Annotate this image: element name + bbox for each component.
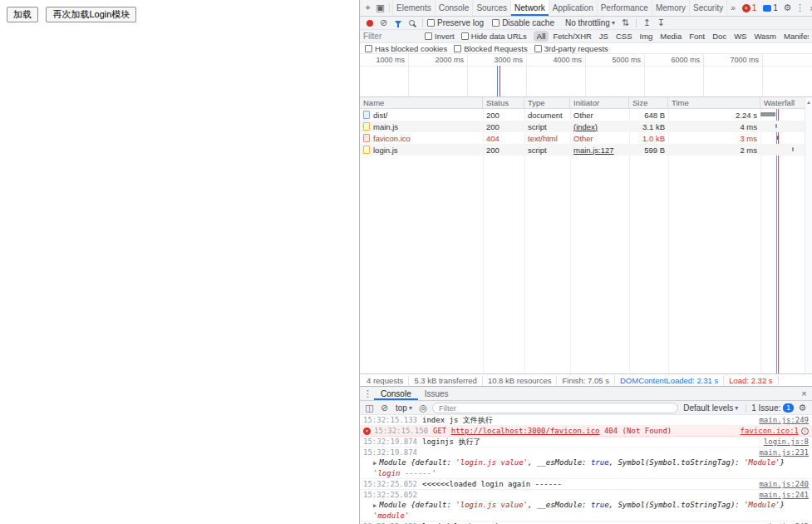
- checkbox-box[interactable]: [425, 32, 432, 40]
- chip-wasm[interactable]: Wasm: [750, 31, 780, 42]
- record-button[interactable]: [363, 17, 376, 29]
- settings-gear-icon[interactable]: ⚙: [781, 2, 794, 14]
- message-header-line: 15:32:19.874main.js:231: [363, 447, 809, 457]
- tab-network[interactable]: Network: [510, 0, 549, 16]
- levels-dropdown[interactable]: Default levels ▾: [681, 403, 741, 413]
- chip-js[interactable]: JS: [596, 31, 612, 42]
- close-devtools-icon[interactable]: ×: [806, 2, 812, 14]
- checkbox-box[interactable]: [427, 19, 435, 27]
- checkbox-3rd-party-requests[interactable]: 3rd-party requests: [534, 44, 608, 53]
- column-header-name[interactable]: Name: [360, 97, 483, 108]
- tab-security[interactable]: Security: [689, 0, 726, 16]
- export-har-icon[interactable]: ↧: [655, 17, 667, 29]
- chip-manifest[interactable]: Manifest: [780, 31, 809, 42]
- chip-css[interactable]: CSS: [613, 31, 636, 42]
- message-source-link[interactable]: main.js:231: [759, 447, 809, 457]
- message-timestamp: 15:32:19.874: [363, 447, 417, 457]
- filter-funnel-icon[interactable]: [391, 17, 404, 29]
- column-header-time[interactable]: Time: [668, 97, 760, 108]
- import-har-icon[interactable]: ↥: [641, 17, 653, 29]
- issues-badge[interactable]: 1: [763, 3, 778, 12]
- checkbox-box[interactable]: [492, 19, 500, 27]
- cell-initiator[interactable]: (index): [570, 122, 629, 131]
- issues-counter[interactable]: 1 Issue: 1: [751, 403, 794, 413]
- throttling-dropdown[interactable]: No throttling ▾: [563, 18, 618, 27]
- column-header-type[interactable]: Type: [524, 97, 570, 108]
- checkbox-box[interactable]: [454, 45, 461, 52]
- clear-network-log-button[interactable]: ⊘: [377, 17, 390, 29]
- table-row-login-js[interactable]: login.js200scriptmain.js:127599 B2 ms: [360, 144, 812, 156]
- message-source-link[interactable]: main.js:241: [759, 490, 809, 500]
- hide-data-urls-checkbox[interactable]: Hide data URLs: [461, 32, 527, 41]
- console-filter-input[interactable]: [432, 403, 678, 413]
- expand-triangle-icon[interactable]: ▶: [373, 460, 376, 467]
- invert-checkbox[interactable]: Invert: [425, 32, 455, 41]
- network-conditions-icon[interactable]: ⇅: [619, 17, 632, 29]
- column-header-status[interactable]: Status: [483, 97, 524, 108]
- device-toolbar-icon[interactable]: ▣: [374, 2, 386, 14]
- checkbox-has-blocked-cookies[interactable]: Has blocked cookies: [365, 44, 447, 53]
- context-selector-dropdown[interactable]: top ▾: [393, 403, 415, 413]
- tab-performance[interactable]: Performance: [597, 0, 652, 16]
- request-url-link[interactable]: http://localhost:3000/favicon.ico: [451, 427, 600, 435]
- console-message: 15:32:25.052<<<<<<loaded login again ---…: [360, 479, 812, 490]
- disable-cache-checkbox[interactable]: Disable cache: [492, 18, 554, 27]
- checkbox-box[interactable]: [461, 32, 469, 40]
- message-source-link[interactable]: login.js:8: [764, 437, 809, 447]
- cell-name: favicon.ico: [360, 134, 483, 143]
- message-source-link[interactable]: main.js:249: [759, 415, 809, 425]
- column-header-size[interactable]: Size: [629, 97, 668, 108]
- chip-img[interactable]: Img: [637, 31, 657, 42]
- column-header-initiator[interactable]: Initiator: [570, 97, 629, 108]
- expand-triangle-icon[interactable]: ▶: [373, 502, 376, 509]
- inspect-icon[interactable]: ⌖: [362, 2, 374, 14]
- load-button[interactable]: 加载: [7, 7, 38, 22]
- message-source-link[interactable]: main.js:240: [759, 479, 809, 489]
- divider: [389, 3, 390, 12]
- tab-sources[interactable]: Sources: [472, 0, 510, 16]
- network-filter-input[interactable]: [363, 32, 420, 41]
- reload-login-button[interactable]: 再次加载Login模块: [46, 7, 136, 22]
- chip-media[interactable]: Media: [657, 31, 685, 42]
- table-row-favicon-ico[interactable]: favicon.ico404text/htmlOther1.0 kB3 ms: [360, 132, 812, 144]
- table-row-dist[interactable]: dist/200documentOther648 B2.24 s: [360, 109, 812, 121]
- checkbox-box[interactable]: [365, 45, 372, 52]
- chip-all[interactable]: All: [534, 31, 549, 42]
- drawer-tab-issues[interactable]: Issues: [418, 387, 455, 400]
- table-row-main-js[interactable]: main.js200script(index)3.1 kB4 ms: [360, 121, 812, 132]
- cell-initiator[interactable]: main.js:127: [570, 146, 629, 155]
- error-badge[interactable]: × 1: [742, 3, 757, 12]
- context-value: top: [396, 403, 407, 413]
- module-object-preview[interactable]: Module {default: 'login.js value', __esM…: [379, 458, 785, 467]
- checkbox-blocked-requests[interactable]: Blocked Requests: [454, 44, 528, 53]
- console-settings-icon[interactable]: ⚙: [796, 402, 809, 414]
- issue-info-icon[interactable]: i: [801, 428, 809, 435]
- clear-console-icon[interactable]: ⊘: [378, 402, 391, 414]
- drawer-menu-icon[interactable]: ⋮: [362, 388, 374, 400]
- message-text: <<<<<<loaded login again ------: [422, 479, 752, 489]
- tab-console[interactable]: Console: [435, 0, 473, 16]
- ruler-label: 6000 ms: [671, 56, 700, 64]
- tab-memory[interactable]: Memory: [652, 0, 689, 16]
- timeline-ruler[interactable]: 1000 ms2000 ms3000 ms4000 ms5000 ms6000 …: [360, 54, 812, 97]
- chip-fetch-xhr[interactable]: Fetch/XHR: [549, 31, 594, 42]
- more-tabs-chevron-icon[interactable]: »: [726, 0, 739, 16]
- chip-doc[interactable]: Doc: [709, 31, 730, 42]
- module-object-preview[interactable]: Module {default: 'login.js value', __esM…: [379, 501, 785, 509]
- search-icon[interactable]: [406, 17, 418, 29]
- console-sidebar-icon[interactable]: ◫: [363, 402, 376, 414]
- drawer-tab-console[interactable]: Console: [374, 387, 418, 400]
- chip-ws[interactable]: WS: [731, 31, 750, 42]
- close-drawer-icon[interactable]: ×: [798, 388, 810, 400]
- table-scrollbar[interactable]: ▲: [805, 97, 812, 373]
- checkbox-box[interactable]: [534, 45, 542, 52]
- kebab-menu-icon[interactable]: ⋮: [794, 2, 806, 14]
- tab-elements[interactable]: Elements: [392, 0, 435, 16]
- chip-font[interactable]: Font: [686, 31, 708, 42]
- preserve-log-checkbox[interactable]: Preserve log: [427, 18, 484, 27]
- message-source-link[interactable]: favicon.ico:1: [741, 426, 799, 436]
- scrollbar-up-icon[interactable]: ▲: [805, 97, 812, 105]
- eye-icon[interactable]: ◎: [417, 402, 430, 414]
- tab-application[interactable]: Application: [549, 0, 597, 16]
- ruler-label: 7000 ms: [730, 56, 759, 64]
